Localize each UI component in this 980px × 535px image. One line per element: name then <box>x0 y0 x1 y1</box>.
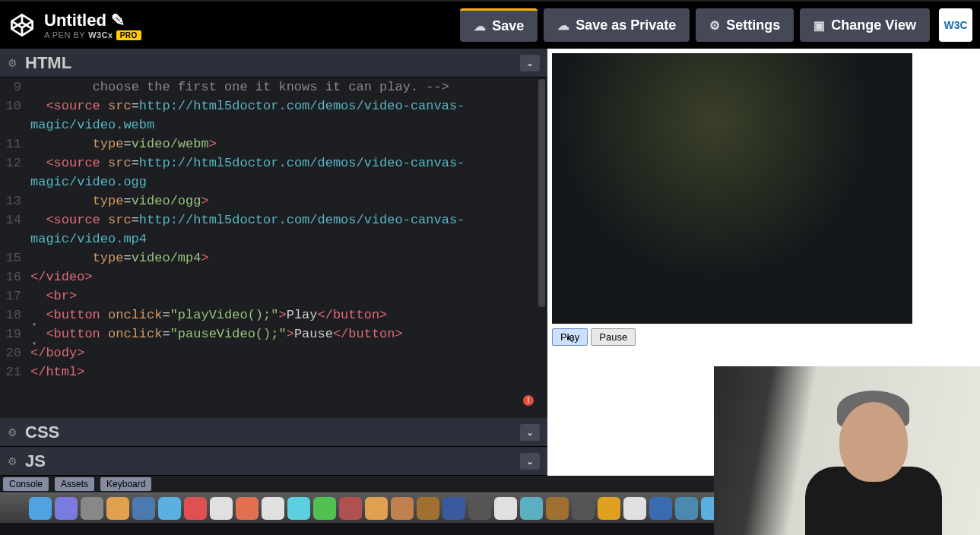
codepen-logo-icon[interactable] <box>8 11 36 40</box>
html-collapse-icon[interactable]: ⌄ <box>520 55 540 71</box>
dock-app-icon[interactable] <box>210 497 233 520</box>
preview-video[interactable] <box>552 53 912 324</box>
dock-app-icon[interactable] <box>572 497 595 520</box>
css-panel-label: CSS <box>25 423 59 442</box>
dock-app-icon[interactable] <box>287 497 310 520</box>
line-number: 21 <box>0 362 30 381</box>
person <box>798 383 950 535</box>
dock-app-icon[interactable] <box>184 497 207 520</box>
dock-app-icon[interactable] <box>546 497 569 520</box>
line-number: 14 <box>0 211 30 249</box>
js-panel-label: JS <box>25 451 46 471</box>
title-area: Untitled ✎ A PEN BY W3Cx PRO <box>44 11 141 40</box>
dock-app-icon[interactable] <box>391 497 414 520</box>
line-number: 16 <box>0 268 30 286</box>
preview-pause-button[interactable]: Pause <box>591 328 636 346</box>
change-view-button[interactable]: ▣ Change View <box>800 8 930 42</box>
save-button[interactable]: ☁ Save <box>460 8 538 42</box>
pen-title[interactable]: Untitled <box>44 11 106 30</box>
js-panel-header: ⚙ JS ⌄ <box>0 447 547 476</box>
cursor-icon: ↖ <box>566 333 575 345</box>
save-label: Save <box>492 18 524 34</box>
dock-app-icon[interactable] <box>313 497 336 520</box>
top-bar: Untitled ✎ A PEN BY W3Cx PRO ☁ Save ☁ Sa… <box>0 0 980 49</box>
dock-app-icon[interactable] <box>106 497 129 520</box>
dock-app-icon[interactable] <box>132 497 155 520</box>
layout-icon: ▣ <box>813 18 825 33</box>
cloud-icon: ☁ <box>474 19 486 33</box>
editor-column: ⚙ HTML ⌄ 9 choose the first one it knows… <box>0 49 547 476</box>
dock-app-icon[interactable] <box>262 497 284 520</box>
dock-app-icon[interactable] <box>520 497 543 520</box>
css-panel-header: ⚙ CSS ⌄ <box>0 418 547 447</box>
line-number: 18 <box>0 305 30 324</box>
dock-app-icon[interactable] <box>598 497 620 520</box>
dock-app-icon[interactable] <box>55 497 78 520</box>
line-number: 10 <box>0 97 30 135</box>
keyboard-button[interactable]: Keyboard <box>100 477 151 491</box>
gear-icon: ⚙ <box>709 18 720 33</box>
save-private-button[interactable]: ☁ Save as Private <box>544 8 690 42</box>
dock-app-icon[interactable] <box>365 497 388 520</box>
line-number: 11 <box>0 135 30 154</box>
avatar[interactable]: W3C <box>939 8 972 42</box>
dock-app-icon[interactable] <box>81 497 103 520</box>
dock-app-icon[interactable] <box>623 497 646 520</box>
css-settings-icon[interactable]: ⚙ <box>8 426 17 438</box>
cloud-lock-icon: ☁ <box>557 18 569 33</box>
js-collapse-icon[interactable]: ⌄ <box>520 453 540 470</box>
pen-author[interactable]: W3Cx <box>88 30 113 40</box>
edit-title-icon[interactable]: ✎ <box>111 11 125 30</box>
fold-icon[interactable]: ▾ <box>32 334 36 353</box>
fold-icon[interactable]: ▾ <box>32 315 36 334</box>
dock-app-icon[interactable] <box>29 497 52 520</box>
pen-subtitle-prefix: A PEN BY <box>44 30 85 40</box>
js-settings-icon[interactable]: ⚙ <box>8 455 17 467</box>
line-number: 20 <box>0 343 30 362</box>
error-indicator-icon[interactable]: ! <box>523 395 534 406</box>
dock-app-icon[interactable] <box>339 497 362 520</box>
settings-label: Settings <box>726 17 780 33</box>
css-collapse-icon[interactable]: ⌄ <box>520 424 540 441</box>
dock-app-icon[interactable] <box>649 497 672 520</box>
pro-badge: PRO <box>116 30 141 40</box>
line-number: 19 <box>0 324 30 343</box>
dock-app-icon[interactable] <box>158 497 181 520</box>
line-number: 15 <box>0 249 30 268</box>
line-number: 12 <box>0 154 30 192</box>
save-private-label: Save as Private <box>576 17 676 33</box>
webcam-overlay <box>714 366 980 535</box>
dock-app-icon[interactable] <box>236 497 258 520</box>
preview-controls: Play Pause ↖ <box>552 328 975 346</box>
top-buttons: ☁ Save ☁ Save as Private ⚙ Settings ▣ Ch… <box>460 8 972 42</box>
dock-app-icon[interactable] <box>417 497 439 520</box>
dock-app-icon[interactable] <box>675 497 698 520</box>
settings-button[interactable]: ⚙ Settings <box>696 8 794 42</box>
line-number: 17 <box>0 286 30 305</box>
assets-button[interactable]: Assets <box>55 477 94 491</box>
dock-app-icon[interactable] <box>442 497 465 520</box>
scrollbar[interactable] <box>538 79 545 307</box>
dock-app-icon[interactable] <box>494 497 517 520</box>
line-number: 13 <box>0 192 30 211</box>
html-settings-icon[interactable]: ⚙ <box>8 57 17 69</box>
change-view-label: Change View <box>831 17 916 33</box>
html-panel-header: ⚙ HTML ⌄ <box>0 49 547 78</box>
html-panel-label: HTML <box>25 53 71 73</box>
dock-app-icon[interactable] <box>468 497 491 520</box>
line-number: 9 <box>0 78 30 97</box>
console-button[interactable]: Console <box>3 477 49 491</box>
html-code-editor[interactable]: 9 choose the first one it knows it can p… <box>0 78 547 418</box>
